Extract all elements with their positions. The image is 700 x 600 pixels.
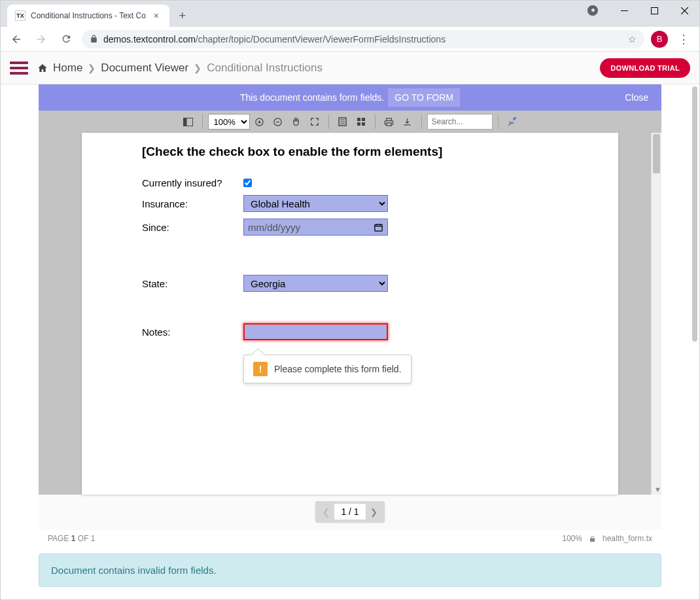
page-vertical-scrollbar[interactable] xyxy=(692,86,697,342)
label-insurance: Insurance: xyxy=(142,198,243,209)
fullscreen-icon[interactable] xyxy=(306,113,323,130)
zoom-select[interactable]: 100% xyxy=(208,114,250,130)
checkbox-insured[interactable] xyxy=(243,179,252,187)
minimize-button[interactable] xyxy=(609,1,639,20)
maximize-button[interactable] xyxy=(639,1,669,20)
back-button[interactable] xyxy=(7,30,26,48)
document-page: [Check the check box to enable the form … xyxy=(82,133,618,495)
tab-title: Conditional Instructions - Text Co xyxy=(31,11,146,20)
download-icon[interactable] xyxy=(399,113,416,130)
window-controls xyxy=(583,1,699,20)
sidebar-toggle-icon[interactable] xyxy=(180,113,197,130)
print-icon[interactable] xyxy=(381,113,398,130)
select-state[interactable]: Georgia xyxy=(243,275,388,292)
page-display: 1 / 1 xyxy=(334,504,365,520)
svg-rect-13 xyxy=(362,122,365,126)
form-row-state: State: Georgia xyxy=(142,275,558,292)
breadcrumb-viewer[interactable]: Document Viewer xyxy=(101,62,188,75)
chevron-right-icon: ❯ xyxy=(88,63,96,73)
bookmark-star-icon[interactable]: ☆ xyxy=(628,34,637,44)
tab-close-icon[interactable]: × xyxy=(151,10,162,21)
form-row-since: Since: mm/dd/yyyy xyxy=(142,219,558,236)
svg-rect-11 xyxy=(362,118,365,121)
single-page-icon[interactable] xyxy=(334,113,351,130)
form-row-notes: Notes: xyxy=(142,323,558,340)
svg-rect-0 xyxy=(621,10,628,11)
browser-tab[interactable]: TX Conditional Instructions - Text Co × xyxy=(7,5,169,27)
alert-invalid-fields: Document contains invalid form fields. xyxy=(39,554,661,587)
status-page: PAGE 1 OF 1 xyxy=(48,534,96,543)
validation-message: Please complete this form field. xyxy=(274,364,402,374)
date-placeholder: mm/dd/yyyy xyxy=(248,222,300,233)
breadcrumb: Home ❯ Document Viewer ❯ Conditional Ins… xyxy=(37,62,323,75)
new-tab-button[interactable]: + xyxy=(173,7,192,25)
breadcrumb-home[interactable]: Home xyxy=(53,62,82,75)
label-since: Since: xyxy=(142,222,243,233)
browser-addressbar: demos.textcontrol.com/chapter/topic/Docu… xyxy=(1,27,699,52)
zoom-in-icon[interactable] xyxy=(251,113,268,130)
pager: ❮ 1 / 1 ❯ xyxy=(39,495,661,530)
grid-view-icon[interactable] xyxy=(353,113,370,130)
svg-rect-10 xyxy=(357,118,360,121)
doc-vertical-scrollbar[interactable]: ▼ xyxy=(651,133,661,495)
input-notes[interactable] xyxy=(243,323,388,340)
calendar-icon xyxy=(374,222,383,232)
label-notes: Notes: xyxy=(142,326,243,338)
viewer-container: This document contains form fields. GO T… xyxy=(1,84,699,587)
profile-avatar[interactable]: B xyxy=(651,31,668,48)
chevron-right-icon: ❯ xyxy=(194,63,201,73)
hamburger-menu-icon[interactable] xyxy=(10,62,28,75)
next-page-button[interactable]: ❯ xyxy=(366,503,383,520)
status-zoom: 100% xyxy=(562,534,582,543)
lock-icon xyxy=(90,35,98,43)
chrome-menu-icon[interactable]: ⋮ xyxy=(674,32,693,46)
viewer-toolbar: 100% xyxy=(39,111,661,133)
home-icon xyxy=(37,63,48,73)
forward-button[interactable] xyxy=(32,30,50,48)
svg-rect-3 xyxy=(184,118,187,126)
validation-tooltip: ! Please complete this form field. xyxy=(243,355,411,383)
status-bar: PAGE 1 OF 1 100% health_form.tx xyxy=(39,530,661,547)
form-row-insured: Currently insured? xyxy=(142,177,558,188)
pan-icon[interactable] xyxy=(288,113,305,130)
svg-rect-1 xyxy=(651,7,657,14)
status-filename: health_form.tx xyxy=(603,534,652,543)
zoom-out-icon[interactable] xyxy=(270,113,287,130)
svg-rect-14 xyxy=(375,224,382,231)
search-input[interactable] xyxy=(427,114,493,130)
tab-favicon: TX xyxy=(15,10,26,21)
select-insurance[interactable]: Global Health xyxy=(243,195,388,212)
reload-button[interactable] xyxy=(57,30,75,48)
url-text: demos.textcontrol.com/chapter/topic/Docu… xyxy=(103,34,623,44)
browser-titlebar: TX Conditional Instructions - Text Co × … xyxy=(1,1,699,27)
date-since[interactable]: mm/dd/yyyy xyxy=(243,219,388,236)
browser-window: TX Conditional Instructions - Text Co × … xyxy=(0,0,700,600)
banner-text: This document contains form fields. xyxy=(240,92,384,103)
doc-heading: [Check the check box to enable the form … xyxy=(142,145,558,159)
warning-icon: ! xyxy=(253,362,268,376)
close-banner-button[interactable]: Close xyxy=(625,92,648,103)
label-state: State: xyxy=(142,278,243,289)
url-bar[interactable]: demos.textcontrol.com/chapter/topic/Docu… xyxy=(82,30,644,48)
page-header: Home ❯ Document Viewer ❯ Conditional Ins… xyxy=(1,52,699,84)
svg-rect-12 xyxy=(357,122,360,126)
signature-icon[interactable] xyxy=(504,113,521,130)
lock-icon xyxy=(589,535,596,542)
form-row-insurance: Insurance: Global Health xyxy=(142,195,558,212)
download-trial-button[interactable]: DOWNLOAD TRIAL xyxy=(600,58,690,78)
content-area: This document contains form fields. GO T… xyxy=(1,84,699,599)
account-icon[interactable] xyxy=(583,1,603,20)
prev-page-button[interactable]: ❮ xyxy=(317,503,334,520)
label-insured: Currently insured? xyxy=(142,177,243,188)
form-fields-banner: This document contains form fields. GO T… xyxy=(39,84,661,111)
breadcrumb-current: Conditional Instructions xyxy=(207,62,323,75)
goto-form-button[interactable]: GO TO FORM xyxy=(388,88,460,107)
close-window-button[interactable] xyxy=(669,1,699,20)
document-canvas: [Check the check box to enable the form … xyxy=(39,133,661,495)
